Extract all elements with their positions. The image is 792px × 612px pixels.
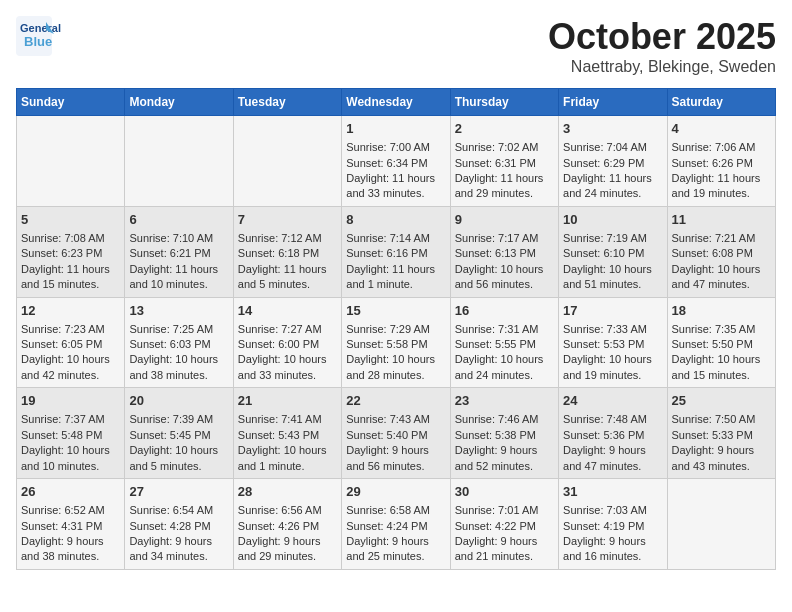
calendar-cell: 10Sunrise: 7:19 AMSunset: 6:10 PMDayligh… (559, 206, 667, 297)
day-info-line: Sunrise: 7:39 AM (129, 412, 228, 427)
day-info-line: Sunset: 6:18 PM (238, 246, 337, 261)
day-info-line: Sunset: 5:33 PM (672, 428, 771, 443)
calendar-cell: 23Sunrise: 7:46 AMSunset: 5:38 PMDayligh… (450, 388, 558, 479)
day-info-line: Sunset: 4:24 PM (346, 519, 445, 534)
day-info-line: and 29 minutes. (455, 186, 554, 201)
day-info-line: Sunset: 5:55 PM (455, 337, 554, 352)
day-info-line: and 51 minutes. (563, 277, 662, 292)
day-number: 30 (455, 483, 554, 501)
day-info-line: Sunset: 5:58 PM (346, 337, 445, 352)
calendar-cell: 18Sunrise: 7:35 AMSunset: 5:50 PMDayligh… (667, 297, 775, 388)
calendar-cell: 4Sunrise: 7:06 AMSunset: 6:26 PMDaylight… (667, 116, 775, 207)
day-number: 28 (238, 483, 337, 501)
day-info-line: Daylight: 9 hours (563, 534, 662, 549)
day-info-line: Sunrise: 7:04 AM (563, 140, 662, 155)
day-info-line: and 56 minutes. (346, 459, 445, 474)
day-number: 23 (455, 392, 554, 410)
day-info-line: Sunrise: 7:06 AM (672, 140, 771, 155)
day-info-line: and 33 minutes. (346, 186, 445, 201)
weekday-header-wednesday: Wednesday (342, 89, 450, 116)
day-info-line: Daylight: 11 hours (21, 262, 120, 277)
day-info-line: Sunset: 6:05 PM (21, 337, 120, 352)
day-info-line: and 56 minutes. (455, 277, 554, 292)
day-info-line: Daylight: 10 hours (455, 262, 554, 277)
day-info-line: Sunset: 5:48 PM (21, 428, 120, 443)
day-info-line: Sunset: 4:31 PM (21, 519, 120, 534)
day-info-line: and 28 minutes. (346, 368, 445, 383)
day-info-line: and 42 minutes. (21, 368, 120, 383)
day-number: 18 (672, 302, 771, 320)
calendar-table: SundayMondayTuesdayWednesdayThursdayFrid… (16, 88, 776, 570)
day-number: 24 (563, 392, 662, 410)
calendar-cell: 5Sunrise: 7:08 AMSunset: 6:23 PMDaylight… (17, 206, 125, 297)
calendar-cell: 24Sunrise: 7:48 AMSunset: 5:36 PMDayligh… (559, 388, 667, 479)
day-info-line: Daylight: 9 hours (455, 534, 554, 549)
day-info-line: Sunrise: 6:58 AM (346, 503, 445, 518)
day-info-line: Sunrise: 7:35 AM (672, 322, 771, 337)
day-info-line: Sunrise: 7:31 AM (455, 322, 554, 337)
day-info-line: Sunset: 6:23 PM (21, 246, 120, 261)
calendar-cell: 3Sunrise: 7:04 AMSunset: 6:29 PMDaylight… (559, 116, 667, 207)
day-info-line: Sunrise: 7:33 AM (563, 322, 662, 337)
day-info-line: Sunset: 5:38 PM (455, 428, 554, 443)
day-info-line: Daylight: 9 hours (672, 443, 771, 458)
calendar-cell: 14Sunrise: 7:27 AMSunset: 6:00 PMDayligh… (233, 297, 341, 388)
day-number: 4 (672, 120, 771, 138)
calendar-cell: 22Sunrise: 7:43 AMSunset: 5:40 PMDayligh… (342, 388, 450, 479)
day-number: 21 (238, 392, 337, 410)
day-info-line: and 16 minutes. (563, 549, 662, 564)
day-info-line: and 47 minutes. (563, 459, 662, 474)
day-info-line: Sunrise: 7:43 AM (346, 412, 445, 427)
day-info-line: Sunrise: 7:03 AM (563, 503, 662, 518)
day-info-line: and 5 minutes. (129, 459, 228, 474)
day-info-line: Sunset: 4:22 PM (455, 519, 554, 534)
day-number: 6 (129, 211, 228, 229)
day-info-line: and 15 minutes. (21, 277, 120, 292)
calendar-cell (125, 116, 233, 207)
day-info-line: Daylight: 9 hours (21, 534, 120, 549)
day-info-line: Sunset: 5:50 PM (672, 337, 771, 352)
calendar-cell: 27Sunrise: 6:54 AMSunset: 4:28 PMDayligh… (125, 479, 233, 570)
calendar-cell: 21Sunrise: 7:41 AMSunset: 5:43 PMDayligh… (233, 388, 341, 479)
calendar-cell (233, 116, 341, 207)
day-info-line: Sunset: 6:08 PM (672, 246, 771, 261)
day-number: 31 (563, 483, 662, 501)
day-number: 1 (346, 120, 445, 138)
day-number: 11 (672, 211, 771, 229)
day-number: 20 (129, 392, 228, 410)
weekday-header-thursday: Thursday (450, 89, 558, 116)
day-info-line: Sunrise: 6:54 AM (129, 503, 228, 518)
day-info-line: Daylight: 10 hours (129, 352, 228, 367)
calendar-week-row: 19Sunrise: 7:37 AMSunset: 5:48 PMDayligh… (17, 388, 776, 479)
day-info-line: Daylight: 10 hours (672, 262, 771, 277)
day-info-line: Sunrise: 7:23 AM (21, 322, 120, 337)
calendar-cell: 15Sunrise: 7:29 AMSunset: 5:58 PMDayligh… (342, 297, 450, 388)
day-number: 14 (238, 302, 337, 320)
day-info-line: Sunset: 6:10 PM (563, 246, 662, 261)
day-info-line: Daylight: 10 hours (21, 352, 120, 367)
day-number: 19 (21, 392, 120, 410)
calendar-cell: 30Sunrise: 7:01 AMSunset: 4:22 PMDayligh… (450, 479, 558, 570)
day-info-line: Daylight: 10 hours (238, 443, 337, 458)
day-info-line: and 10 minutes. (129, 277, 228, 292)
day-info-line: Sunset: 4:28 PM (129, 519, 228, 534)
day-number: 12 (21, 302, 120, 320)
day-info-line: and 24 minutes. (563, 186, 662, 201)
day-number: 29 (346, 483, 445, 501)
day-info-line: Sunrise: 7:25 AM (129, 322, 228, 337)
day-info-line: Daylight: 11 hours (346, 262, 445, 277)
day-info-line: Daylight: 9 hours (346, 534, 445, 549)
calendar-cell: 31Sunrise: 7:03 AMSunset: 4:19 PMDayligh… (559, 479, 667, 570)
day-number: 7 (238, 211, 337, 229)
calendar-cell: 12Sunrise: 7:23 AMSunset: 6:05 PMDayligh… (17, 297, 125, 388)
day-info-line: Sunrise: 7:29 AM (346, 322, 445, 337)
day-info-line: Sunset: 6:21 PM (129, 246, 228, 261)
day-info-line: Sunset: 5:45 PM (129, 428, 228, 443)
day-info-line: and 19 minutes. (672, 186, 771, 201)
day-info-line: and 33 minutes. (238, 368, 337, 383)
day-info-line: Sunrise: 7:21 AM (672, 231, 771, 246)
calendar-cell: 7Sunrise: 7:12 AMSunset: 6:18 PMDaylight… (233, 206, 341, 297)
day-info-line: Daylight: 10 hours (21, 443, 120, 458)
calendar-week-row: 5Sunrise: 7:08 AMSunset: 6:23 PMDaylight… (17, 206, 776, 297)
day-info-line: Sunrise: 7:10 AM (129, 231, 228, 246)
